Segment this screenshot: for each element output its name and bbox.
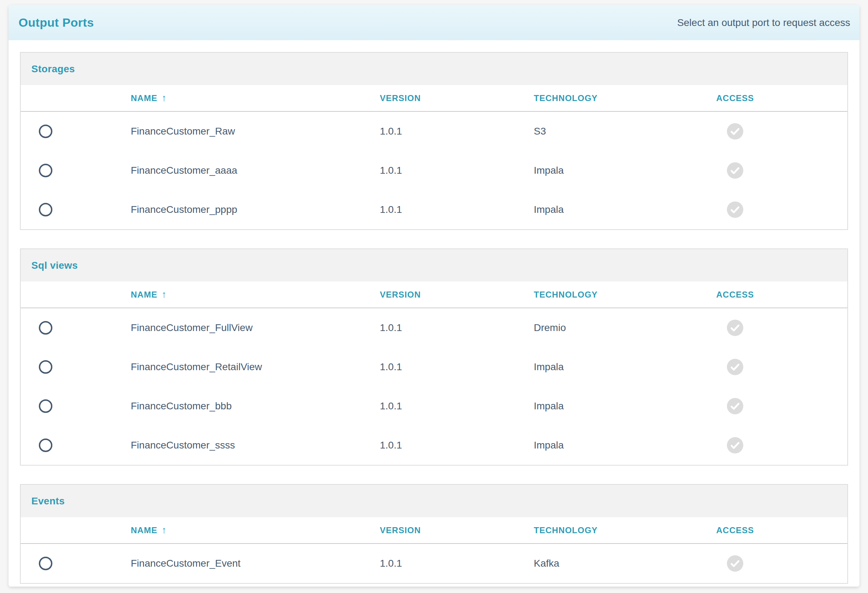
port-technology: S3 xyxy=(534,126,687,137)
section-title: Sql views xyxy=(31,260,78,271)
port-version: 1.0.1 xyxy=(380,440,534,451)
column-header-technology[interactable]: TECHNOLOGY xyxy=(534,93,687,103)
column-header-version[interactable]: VERSION xyxy=(380,525,534,535)
column-header-technology[interactable]: TECHNOLOGY xyxy=(534,290,687,300)
radio-button[interactable] xyxy=(39,360,52,374)
radio-button[interactable] xyxy=(39,321,52,335)
section-title: Events xyxy=(31,496,65,507)
column-header-row: NAME ↑ VERSION TECHNOLOGY ACCESS xyxy=(21,85,847,112)
port-name: FinanceCustomer_ssss xyxy=(131,440,380,451)
port-version: 1.0.1 xyxy=(380,558,534,569)
radio-button[interactable] xyxy=(39,438,52,452)
panel-body: Storages NAME ↑ VERSION TECHNOLOGY ACCES… xyxy=(9,40,859,584)
radio-button[interactable] xyxy=(39,399,52,413)
access-check-icon xyxy=(727,319,743,336)
access-check-icon xyxy=(727,555,743,572)
radio-button[interactable] xyxy=(39,125,52,138)
table-row[interactable]: FinanceCustomer_ssss 1.0.1 Impala xyxy=(21,426,847,465)
column-header-row: NAME ↑ VERSION TECHNOLOGY ACCESS xyxy=(21,517,847,544)
radio-button[interactable] xyxy=(39,164,52,177)
radio-button[interactable] xyxy=(39,557,52,570)
access-cell xyxy=(687,555,783,572)
table-row[interactable]: FinanceCustomer_Raw 1.0.1 S3 xyxy=(21,112,847,151)
port-technology: Impala xyxy=(534,361,687,373)
port-technology: Dremio xyxy=(534,322,687,334)
table-row[interactable]: FinanceCustomer_aaaa 1.0.1 Impala xyxy=(21,151,847,190)
port-version: 1.0.1 xyxy=(380,361,534,373)
access-cell xyxy=(687,123,783,140)
panel-subtitle: Select an output port to request access xyxy=(677,17,850,28)
table-row[interactable]: FinanceCustomer_FullView 1.0.1 Dremio xyxy=(21,308,847,347)
table-row[interactable]: FinanceCustomer_Event 1.0.1 Kafka xyxy=(21,544,847,583)
access-check-icon xyxy=(727,359,743,375)
access-check-icon xyxy=(727,162,743,179)
port-technology: Impala xyxy=(534,400,687,412)
section-header: Sql views xyxy=(21,249,847,281)
access-cell xyxy=(687,319,783,336)
port-name: FinanceCustomer_Event xyxy=(131,558,380,569)
column-header-access[interactable]: ACCESS xyxy=(687,525,783,535)
port-version: 1.0.1 xyxy=(380,126,534,137)
access-cell xyxy=(687,437,783,453)
column-header-name[interactable]: NAME ↑ xyxy=(131,93,380,104)
section-title: Storages xyxy=(31,63,75,75)
port-technology: Impala xyxy=(534,204,687,215)
port-name: FinanceCustomer_RetailView xyxy=(131,361,380,373)
access-check-icon xyxy=(727,123,743,140)
table-row[interactable]: FinanceCustomer_pppp 1.0.1 Impala xyxy=(21,190,847,229)
port-name: FinanceCustomer_Raw xyxy=(131,126,380,137)
column-header-access[interactable]: ACCESS xyxy=(687,93,783,103)
access-cell xyxy=(687,162,783,179)
column-header-technology[interactable]: TECHNOLOGY xyxy=(534,525,687,535)
column-header-access[interactable]: ACCESS xyxy=(687,290,783,300)
access-check-icon xyxy=(727,437,743,453)
column-header-name[interactable]: NAME ↑ xyxy=(131,289,380,300)
column-header-row: NAME ↑ VERSION TECHNOLOGY ACCESS xyxy=(21,281,847,308)
column-header-version[interactable]: VERSION xyxy=(380,93,534,103)
section-header: Events xyxy=(21,485,847,517)
sort-ascending-icon: ↑ xyxy=(162,93,167,104)
port-name: FinanceCustomer_FullView xyxy=(131,322,380,334)
sort-ascending-icon: ↑ xyxy=(162,525,167,536)
section-events: Events NAME ↑ VERSION TECHNOLOGY ACCESS … xyxy=(20,484,848,584)
port-name: FinanceCustomer_aaaa xyxy=(131,165,380,176)
panel-header: Output Ports Select an output port to re… xyxy=(9,5,859,40)
table-row[interactable]: FinanceCustomer_bbb 1.0.1 Impala xyxy=(21,387,847,426)
port-version: 1.0.1 xyxy=(380,322,534,334)
access-cell xyxy=(687,398,783,414)
access-cell xyxy=(687,359,783,375)
port-technology: Impala xyxy=(534,165,687,176)
port-technology: Kafka xyxy=(534,558,687,569)
section-sql-views: Sql views NAME ↑ VERSION TECHNOLOGY ACCE… xyxy=(20,249,848,466)
port-name: FinanceCustomer_pppp xyxy=(131,204,380,215)
output-ports-panel: Output Ports Select an output port to re… xyxy=(9,5,859,587)
port-technology: Impala xyxy=(534,440,687,451)
port-version: 1.0.1 xyxy=(380,400,534,412)
section-header: Storages xyxy=(21,53,847,85)
section-storages: Storages NAME ↑ VERSION TECHNOLOGY ACCES… xyxy=(20,52,848,230)
port-version: 1.0.1 xyxy=(380,204,534,215)
access-check-icon xyxy=(727,398,743,414)
page-title: Output Ports xyxy=(19,16,94,29)
access-check-icon xyxy=(727,202,743,218)
sort-ascending-icon: ↑ xyxy=(162,289,167,300)
radio-button[interactable] xyxy=(39,203,52,216)
column-header-name[interactable]: NAME ↑ xyxy=(131,525,380,536)
port-name: FinanceCustomer_bbb xyxy=(131,400,380,412)
table-row[interactable]: FinanceCustomer_RetailView 1.0.1 Impala xyxy=(21,347,847,387)
port-version: 1.0.1 xyxy=(380,165,534,176)
column-header-version[interactable]: VERSION xyxy=(380,290,534,300)
access-cell xyxy=(687,202,783,218)
